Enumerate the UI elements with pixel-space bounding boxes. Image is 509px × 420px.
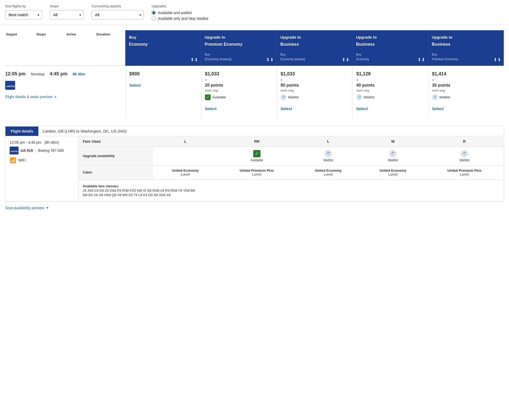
price-4: $1,414 (432, 71, 500, 77)
availability-badge-3: ⏱ Waitlist (356, 94, 424, 100)
available-icon: ✓ (205, 94, 211, 100)
price-3: $1,128 (356, 71, 424, 77)
upgrade-cell-waitlist-1: ⏱ Waitlist (296, 147, 361, 165)
price-cell-3: $1,128 + 40 points each way ⏱ Waitlist S… (352, 66, 428, 118)
airports-filter: Connecting airports All ▾ (92, 4, 144, 19)
airports-label: Connecting airports (92, 4, 144, 8)
fd-wifi: 📶 WiFi (10, 157, 74, 163)
col4-title: Upgrade to (432, 34, 500, 40)
sort-select-wrapper[interactable]: Best match Price (lowest) Duration Depar… (5, 10, 42, 19)
col3-dropdown-icon[interactable]: ⬆⬇ (417, 57, 425, 63)
col4-subtitle: Business (432, 42, 450, 46)
col2-sub: BuyEconomy (lowest) (280, 53, 305, 61)
seat-preview-link[interactable]: Seat availability preview ▼ (5, 206, 504, 210)
price-1: $1,033 (205, 71, 273, 77)
col1-subtitle: Premium Economy (205, 42, 242, 46)
col3-sub: BuyEconomy (356, 53, 369, 61)
upgrade-option2[interactable]: Available only and Skip Waitlist (152, 16, 208, 21)
plus-2: + (281, 78, 349, 82)
select-button-0[interactable]: Select (129, 81, 197, 89)
seat-availability-section: Seat availability preview ▼ (5, 201, 504, 214)
cabin-meal-2: Lunch (324, 172, 333, 176)
col1-dropdown-icon[interactable]: ⬆⬇ (266, 57, 274, 63)
column-headers: Depart Stops Arrive Duration Buy Economy… (5, 30, 504, 66)
cabin-meal-4: Lunch (460, 172, 469, 176)
sort-select[interactable]: Best match Price (lowest) Duration Depar… (5, 10, 42, 19)
upgrade-option2-label: Available only and Skip Waitlist (158, 16, 208, 21)
waitlist-icon-3: ⏱ (356, 94, 362, 100)
cabin-meal-1: Lunch (252, 172, 261, 176)
upgrade-waitlist-text-1: Waitlist (323, 158, 333, 162)
cabin-label: Cabin (79, 165, 153, 179)
each-way-2: each way (281, 89, 349, 92)
fare-codes-row1: J9 JN9 C9 D9 Z9 ZN9 P9 PN9 PZ0 IN9 I0 O9… (83, 189, 499, 193)
upgrade-available-icon: ✓ (253, 150, 261, 157)
stops-header: Stops (35, 32, 65, 64)
upgrades-label: Upgrades (152, 4, 208, 8)
col3-subtitle: Business (356, 42, 375, 46)
cabin-name-3: United Economy (380, 169, 406, 172)
cabin-meal-3: Lunch (388, 172, 398, 176)
col4-dropdown-icon[interactable]: ⬆⬇ (493, 57, 501, 63)
select-button-3[interactable]: Select (356, 104, 424, 113)
col0-dropdown-icon[interactable]: ⬆⬇ (190, 57, 198, 63)
upgrade-waitlist-icon-1: ⏱ (325, 150, 332, 157)
stops-select-wrapper[interactable]: All Nonstop 1 stop 2+ stops ▾ (50, 10, 84, 19)
cabin-meal-0: Lunch (181, 172, 190, 176)
seat-preview-chevron-icon: ▼ (46, 206, 49, 210)
upgrade-available-text: Available (251, 158, 263, 162)
upgrade-cell-available: ✓ Available (218, 147, 296, 165)
col0-subtitle: Economy (129, 42, 148, 46)
upgrade-radio1[interactable] (152, 11, 156, 15)
flight-details-link[interactable]: Flight details & seats preview ∧ (5, 95, 123, 99)
select-button-1[interactable]: Select (205, 104, 273, 113)
airports-select[interactable]: All (92, 10, 144, 19)
upgrade-cell-empty (153, 147, 218, 165)
col3-title: Upgrade to (356, 34, 424, 40)
price-cell-1: $1,033 + 20 points each way ✓ Available … (201, 66, 277, 118)
col-header-1: Upgrade to Premium Economy Buy(Economy (… (201, 30, 277, 66)
fare-table-header-row: Fare class L RN L W R (79, 136, 504, 147)
cabin-name-4: United Premium Plus (447, 169, 482, 172)
fare-class-R: R (425, 136, 504, 147)
upgrade-radio2[interactable] (152, 16, 156, 21)
seat-preview-label: Seat availability preview (5, 206, 44, 210)
flight-details-tab[interactable]: Flight details (5, 127, 38, 136)
select-button-2[interactable]: Select (281, 104, 349, 113)
points-3: 40 points (356, 83, 424, 88)
select-button-4[interactable]: Select (432, 104, 500, 113)
stops-select[interactable]: All Nonstop 1 stop 2+ stops (50, 10, 84, 19)
flight-stops: Nonstop (31, 72, 44, 76)
upgrades-filter: Upgrades Available and waitlist Availabl… (152, 4, 208, 21)
depart-header: Depart (5, 32, 35, 64)
upgrade-cell-waitlist-2: ⏱ Waitlist (360, 147, 425, 165)
col2-dropdown-icon[interactable]: ⬆⬇ (342, 57, 350, 63)
flight-details-link-text: Flight details & seats preview (5, 95, 52, 99)
availability-text-1: Available (212, 95, 226, 99)
svg-text:UNITED: UNITED (10, 150, 18, 153)
each-way-3: each way (356, 89, 424, 92)
filter-bar: Sort flights by Best match Price (lowest… (0, 0, 509, 25)
sort-filter: Sort flights by Best match Price (lowest… (5, 4, 42, 19)
cabin-name-0: United Economy (172, 169, 199, 172)
available-fare-section: Available fare classes: J9 JN9 C9 D9 Z9 … (79, 179, 504, 201)
fd-separator: | (35, 148, 36, 153)
airports-select-wrapper[interactable]: All ▾ (92, 10, 144, 19)
availability-text-4: Waitlist (439, 95, 450, 99)
fd-body: 12:05 pm - 4:45 pm (8h 40m) UNITED UA 91… (5, 136, 504, 201)
availability-badge-4: ⏱ Waitlist (432, 94, 500, 100)
cabin-cell-1: United Premium Plus Lunch (218, 165, 296, 179)
fare-class-L2: L (296, 136, 361, 147)
plus-3: + (356, 78, 424, 82)
fare-class-L1: L (153, 136, 218, 147)
col-header-0: Buy Economy ⬆⬇ (125, 30, 201, 66)
points-4: 30 points (432, 83, 500, 88)
arrive-time: 4:45 pm (50, 71, 67, 77)
fd-flight-info: UNITED UA 919 | Boeing 767-300 (10, 147, 74, 154)
fd-wifi-label: WiFi (18, 158, 26, 162)
fare-upgrade-row: Upgrade availability ✓ Available ⏱ Wait (79, 147, 504, 165)
flight-section: Depart Stops Arrive Duration Buy Economy… (0, 30, 509, 123)
upgrade-option1[interactable]: Available and waitlist (152, 11, 208, 15)
flight-details-route: London, GB (LHR) to Washington, DC, US (… (38, 126, 504, 136)
availability-badge-2: ⏱ Waitlist (281, 94, 349, 100)
